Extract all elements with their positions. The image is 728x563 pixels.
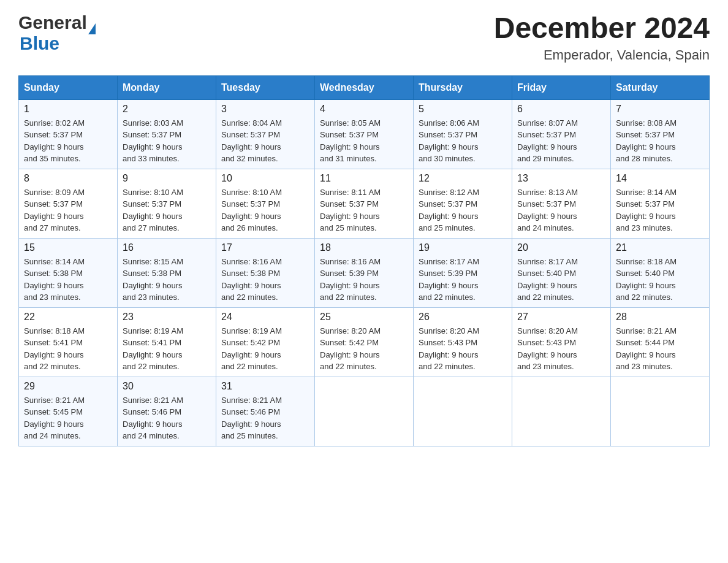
table-row: 5 Sunrise: 8:06 AM Sunset: 5:37 PM Dayli… bbox=[414, 99, 512, 169]
table-row: 30 Sunrise: 8:21 AM Sunset: 5:46 PM Dayl… bbox=[118, 377, 216, 446]
day-info: Sunrise: 8:11 AM Sunset: 5:37 PM Dayligh… bbox=[320, 186, 408, 234]
table-row: 18 Sunrise: 8:16 AM Sunset: 5:39 PM Dayl… bbox=[315, 238, 414, 307]
day-number: 31 bbox=[221, 381, 309, 392]
day-info: Sunrise: 8:21 AM Sunset: 5:44 PM Dayligh… bbox=[616, 325, 704, 373]
day-number: 14 bbox=[616, 173, 704, 184]
calendar-table: Sunday Monday Tuesday Wednesday Thursday… bbox=[18, 75, 710, 446]
day-number: 30 bbox=[123, 381, 211, 392]
day-info: Sunrise: 8:18 AM Sunset: 5:41 PM Dayligh… bbox=[24, 325, 112, 373]
day-number: 22 bbox=[24, 312, 112, 323]
location: Emperador, Valencia, Spain bbox=[494, 47, 710, 63]
table-row bbox=[611, 377, 710, 446]
day-info: Sunrise: 8:14 AM Sunset: 5:37 PM Dayligh… bbox=[616, 186, 704, 234]
day-info: Sunrise: 8:21 AM Sunset: 5:46 PM Dayligh… bbox=[221, 394, 309, 442]
table-row: 26 Sunrise: 8:20 AM Sunset: 5:43 PM Dayl… bbox=[414, 307, 512, 377]
day-info: Sunrise: 8:07 AM Sunset: 5:37 PM Dayligh… bbox=[517, 117, 605, 165]
day-number: 28 bbox=[616, 312, 704, 323]
table-row: 11 Sunrise: 8:11 AM Sunset: 5:37 PM Dayl… bbox=[315, 169, 414, 238]
day-info: Sunrise: 8:21 AM Sunset: 5:46 PM Dayligh… bbox=[123, 394, 211, 442]
day-info: Sunrise: 8:18 AM Sunset: 5:40 PM Dayligh… bbox=[616, 256, 704, 304]
title-block: December 2024 Emperador, Valencia, Spain bbox=[494, 12, 710, 63]
day-info: Sunrise: 8:12 AM Sunset: 5:37 PM Dayligh… bbox=[419, 186, 507, 234]
day-info: Sunrise: 8:19 AM Sunset: 5:41 PM Dayligh… bbox=[123, 325, 211, 373]
table-row: 21 Sunrise: 8:18 AM Sunset: 5:40 PM Dayl… bbox=[611, 238, 710, 307]
month-year: December 2024 bbox=[494, 12, 710, 45]
col-monday: Monday bbox=[118, 75, 216, 99]
day-info: Sunrise: 8:19 AM Sunset: 5:42 PM Dayligh… bbox=[221, 325, 309, 373]
day-info: Sunrise: 8:04 AM Sunset: 5:37 PM Dayligh… bbox=[221, 117, 309, 165]
day-info: Sunrise: 8:17 AM Sunset: 5:40 PM Dayligh… bbox=[517, 256, 605, 304]
table-row: 16 Sunrise: 8:15 AM Sunset: 5:38 PM Dayl… bbox=[118, 238, 216, 307]
day-number: 20 bbox=[517, 242, 605, 253]
table-row: 23 Sunrise: 8:19 AM Sunset: 5:41 PM Dayl… bbox=[118, 307, 216, 377]
calendar-week-row: 22 Sunrise: 8:18 AM Sunset: 5:41 PM Dayl… bbox=[19, 307, 710, 377]
col-sunday: Sunday bbox=[19, 75, 118, 99]
table-row: 17 Sunrise: 8:16 AM Sunset: 5:38 PM Dayl… bbox=[216, 238, 315, 307]
table-row: 22 Sunrise: 8:18 AM Sunset: 5:41 PM Dayl… bbox=[19, 307, 118, 377]
day-number: 7 bbox=[616, 104, 704, 115]
day-number: 21 bbox=[616, 242, 704, 253]
table-row: 25 Sunrise: 8:20 AM Sunset: 5:42 PM Dayl… bbox=[315, 307, 414, 377]
table-row: 28 Sunrise: 8:21 AM Sunset: 5:44 PM Dayl… bbox=[611, 307, 710, 377]
day-number: 8 bbox=[24, 173, 112, 184]
day-number: 19 bbox=[419, 242, 507, 253]
col-tuesday: Tuesday bbox=[216, 75, 315, 99]
table-row: 15 Sunrise: 8:14 AM Sunset: 5:38 PM Dayl… bbox=[19, 238, 118, 307]
day-number: 25 bbox=[320, 312, 408, 323]
calendar-week-row: 8 Sunrise: 8:09 AM Sunset: 5:37 PM Dayli… bbox=[19, 169, 710, 238]
day-info: Sunrise: 8:21 AM Sunset: 5:45 PM Dayligh… bbox=[24, 394, 112, 442]
day-info: Sunrise: 8:10 AM Sunset: 5:37 PM Dayligh… bbox=[123, 186, 211, 234]
day-number: 2 bbox=[123, 104, 211, 115]
day-number: 6 bbox=[517, 104, 605, 115]
day-number: 10 bbox=[221, 173, 309, 184]
day-info: Sunrise: 8:05 AM Sunset: 5:37 PM Dayligh… bbox=[320, 117, 408, 165]
table-row: 2 Sunrise: 8:03 AM Sunset: 5:37 PM Dayli… bbox=[118, 99, 216, 169]
day-info: Sunrise: 8:10 AM Sunset: 5:37 PM Dayligh… bbox=[221, 186, 309, 234]
day-info: Sunrise: 8:17 AM Sunset: 5:39 PM Dayligh… bbox=[419, 256, 507, 304]
day-info: Sunrise: 8:16 AM Sunset: 5:39 PM Dayligh… bbox=[320, 256, 408, 304]
table-row: 14 Sunrise: 8:14 AM Sunset: 5:37 PM Dayl… bbox=[611, 169, 710, 238]
table-row: 29 Sunrise: 8:21 AM Sunset: 5:45 PM Dayl… bbox=[19, 377, 118, 446]
col-thursday: Thursday bbox=[414, 75, 512, 99]
day-info: Sunrise: 8:06 AM Sunset: 5:37 PM Dayligh… bbox=[419, 117, 507, 165]
day-number: 9 bbox=[123, 173, 211, 184]
table-row: 13 Sunrise: 8:13 AM Sunset: 5:37 PM Dayl… bbox=[512, 169, 611, 238]
day-number: 11 bbox=[320, 173, 408, 184]
day-info: Sunrise: 8:14 AM Sunset: 5:38 PM Dayligh… bbox=[24, 256, 112, 304]
table-row: 9 Sunrise: 8:10 AM Sunset: 5:37 PM Dayli… bbox=[118, 169, 216, 238]
page-header: General Blue December 2024 Emperador, Va… bbox=[18, 12, 710, 63]
day-info: Sunrise: 8:08 AM Sunset: 5:37 PM Dayligh… bbox=[616, 117, 704, 165]
day-number: 24 bbox=[221, 312, 309, 323]
logo-blue: Blue bbox=[20, 33, 59, 53]
day-number: 17 bbox=[221, 242, 309, 253]
day-number: 26 bbox=[419, 312, 507, 323]
day-info: Sunrise: 8:16 AM Sunset: 5:38 PM Dayligh… bbox=[221, 256, 309, 304]
table-row: 4 Sunrise: 8:05 AM Sunset: 5:37 PM Dayli… bbox=[315, 99, 414, 169]
day-number: 16 bbox=[123, 242, 211, 253]
day-number: 4 bbox=[320, 104, 408, 115]
day-info: Sunrise: 8:03 AM Sunset: 5:37 PM Dayligh… bbox=[123, 117, 211, 165]
day-number: 13 bbox=[517, 173, 605, 184]
day-number: 3 bbox=[221, 104, 309, 115]
day-info: Sunrise: 8:02 AM Sunset: 5:37 PM Dayligh… bbox=[24, 117, 112, 165]
col-saturday: Saturday bbox=[611, 75, 710, 99]
day-info: Sunrise: 8:20 AM Sunset: 5:43 PM Dayligh… bbox=[419, 325, 507, 373]
day-number: 29 bbox=[24, 381, 112, 392]
calendar-week-row: 15 Sunrise: 8:14 AM Sunset: 5:38 PM Dayl… bbox=[19, 238, 710, 307]
day-number: 12 bbox=[419, 173, 507, 184]
table-row bbox=[512, 377, 611, 446]
day-info: Sunrise: 8:13 AM Sunset: 5:37 PM Dayligh… bbox=[517, 186, 605, 234]
table-row: 12 Sunrise: 8:12 AM Sunset: 5:37 PM Dayl… bbox=[414, 169, 512, 238]
day-number: 18 bbox=[320, 242, 408, 253]
table-row: 6 Sunrise: 8:07 AM Sunset: 5:37 PM Dayli… bbox=[512, 99, 611, 169]
table-row: 3 Sunrise: 8:04 AM Sunset: 5:37 PM Dayli… bbox=[216, 99, 315, 169]
table-row: 24 Sunrise: 8:19 AM Sunset: 5:42 PM Dayl… bbox=[216, 307, 315, 377]
day-number: 1 bbox=[24, 104, 112, 115]
day-number: 27 bbox=[517, 312, 605, 323]
day-info: Sunrise: 8:20 AM Sunset: 5:42 PM Dayligh… bbox=[320, 325, 408, 373]
table-row: 10 Sunrise: 8:10 AM Sunset: 5:37 PM Dayl… bbox=[216, 169, 315, 238]
table-row: 7 Sunrise: 8:08 AM Sunset: 5:37 PM Dayli… bbox=[611, 99, 710, 169]
table-row bbox=[315, 377, 414, 446]
header-row: Sunday Monday Tuesday Wednesday Thursday… bbox=[19, 75, 710, 99]
table-row: 1 Sunrise: 8:02 AM Sunset: 5:37 PM Dayli… bbox=[19, 99, 118, 169]
